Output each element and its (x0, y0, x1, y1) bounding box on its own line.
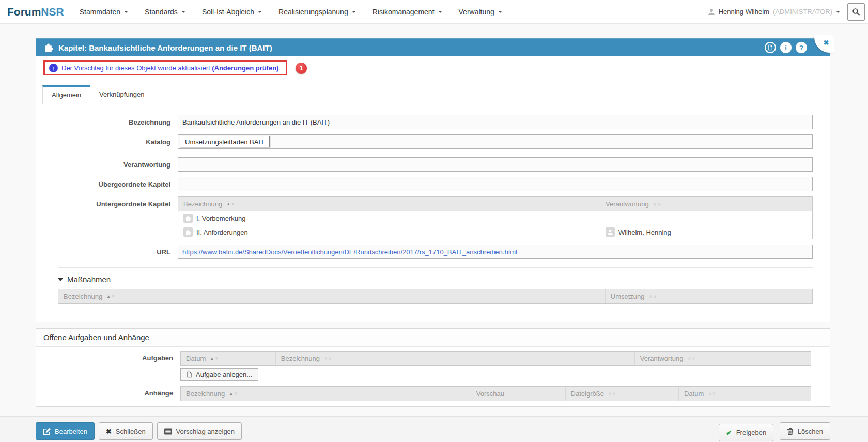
column-label: Bezeichnung (281, 355, 320, 362)
vorschlag-anzeigen-button[interactable]: Vorschlag anzeigen (157, 422, 242, 440)
chevron-down-icon (498, 11, 502, 13)
chevron-down-icon (258, 11, 262, 13)
table-header-row: Bezeichnung ▲▼ Verantwortung ∧∨ (178, 197, 812, 211)
sort-down-glyph: ▼ (234, 392, 238, 396)
uebergeordnete-kapitel-field[interactable] (178, 177, 813, 191)
sort-up-glyph: ▲ (210, 357, 214, 361)
sort-chevrons-icon: ∧∨ (324, 356, 333, 361)
pdf-export-button[interactable] (765, 42, 776, 53)
sort-up-glyph: ▲ (229, 392, 233, 396)
column-label: Bezeichnung (186, 390, 225, 398)
column-header-bezeichnung[interactable]: Bezeichnung ▲▼ (58, 289, 605, 303)
annotation-highlight-box: ↑ Der Vorschlag für dieses Objekt wurde … (43, 60, 287, 75)
tasks-panel-body: Aufgaben Datum ▲▼ Bezeichnung ∧∨ Veran (36, 347, 830, 406)
bezeichnung-label: Bezeichnung (58, 115, 178, 126)
top-navigation-bar: ForumNSR Stammdaten Standards Soll-Ist-A… (0, 0, 868, 24)
menu-verwaltung[interactable]: Verwaltung (459, 8, 502, 16)
bearbeiten-button[interactable]: Bearbeiten (36, 422, 95, 440)
aufgaben-table: Datum ▲▼ Bezeichnung ∧∨ Verantwortung ∧∨ (180, 351, 811, 366)
sort-up-glyph: ▲ (226, 202, 230, 206)
sort-chevrons-icon: ∧∨ (653, 202, 662, 207)
aufgaben-label: Aufgaben (43, 351, 180, 362)
column-label: Datum (684, 390, 704, 398)
verantwortung-field[interactable] (178, 157, 813, 172)
column-header-verantwortung[interactable]: Verantwortung ∧∨ (600, 197, 812, 211)
sort-asc-icon: ▲▼ (229, 392, 238, 396)
table-header-row: Bezeichnung ▲▼ Vorschau Dateigröße ∧∨ Da… (181, 387, 811, 401)
user-menu[interactable]: Henning Wilhelm (ADMINISTRATOR) (708, 8, 840, 16)
sort-chevrons-icon: ∧∨ (649, 294, 658, 299)
untergeordnete-kapitel-label: Untergeordnete Kapitel (58, 196, 178, 208)
column-header-umsetzung[interactable]: Umsetzung ∧∨ (605, 289, 812, 303)
loeschen-label: Löschen (798, 428, 823, 435)
menu-stammdaten[interactable]: Stammdaten (80, 8, 128, 16)
sort-chevrons-icon: ∧∨ (688, 356, 696, 361)
menu-label: Verwaltung (459, 8, 494, 16)
sort-up-glyph: ▲ (106, 295, 111, 299)
tab-content-allgemein: Bezeichnung Katalog Umsetzungsleitfaden … (36, 104, 830, 322)
user-icon (708, 8, 715, 16)
untergeordnete-kapitel-table: Bezeichnung ▲▼ Verantwortung ∧∨ I. Vorbe… (178, 196, 813, 239)
menu-label: Standards (145, 8, 178, 16)
schliessen-label: Schließen (116, 428, 146, 435)
column-header-vorschau[interactable]: Vorschau (471, 387, 565, 401)
avatar-icon (606, 227, 615, 237)
column-header-datum[interactable]: Datum ∧∨ (678, 387, 811, 401)
table-row[interactable]: II. Anforderungen Wilhelm, Henning (178, 225, 812, 239)
menu-realisierungsplanung[interactable]: Realisierungsplanung (278, 8, 356, 16)
sort-chevrons-icon: ∧∨ (708, 391, 717, 397)
pdf-file-icon (768, 44, 773, 51)
menu-risikomanagement[interactable]: Risikomanagement (373, 8, 442, 16)
edit-icon (43, 428, 51, 435)
column-header-bezeichnung[interactable]: Bezeichnung ▲▼ (181, 387, 471, 401)
tab-verknuepfungen[interactable]: Verknüpfungen (90, 85, 153, 104)
notification-text[interactable]: Der Vorschlag für dieses Objekt wurde ak… (61, 64, 281, 72)
url-field[interactable] (178, 245, 813, 259)
notification-suffix: . (278, 64, 281, 72)
check-icon: ✔ (726, 429, 732, 437)
column-header-dateigroesse[interactable]: Dateigröße ∧∨ (565, 387, 678, 401)
column-header-datum[interactable]: Datum ▲▼ (181, 352, 275, 365)
chevron-down-icon (438, 11, 442, 13)
puzzle-icon (183, 227, 193, 237)
search-button[interactable] (847, 3, 865, 21)
annotation-badge: 1 (296, 63, 307, 74)
panel-header-icons: i ? (765, 42, 823, 53)
user-name: Henning Wilhelm (719, 8, 769, 16)
sort-asc-icon: ▲▼ (226, 202, 235, 206)
column-label: Bezeichnung (183, 200, 222, 208)
schliessen-button[interactable]: ✖ Schließen (99, 422, 153, 440)
table-row[interactable]: I. Vorbemerkung (178, 211, 812, 225)
kapitel-panel: Kapitel: Bankaufsichtliche Anforderungen… (36, 38, 830, 322)
table-header-row: Bezeichnung ▲▼ Umsetzung ∧∨ (58, 289, 812, 303)
katalog-field[interactable]: Umsetzungsleitfaden BAIT (178, 134, 813, 149)
create-task-button[interactable]: Aufgabe anlegen... (180, 368, 258, 381)
katalog-tag[interactable]: Umsetzungsleitfaden BAIT (180, 136, 270, 147)
freigeben-button[interactable]: ✔ Freigeben (719, 424, 773, 441)
massnahmen-section-toggle[interactable]: Maßnahmen (58, 275, 813, 284)
panel-header: Kapitel: Bankaufsichtliche Anforderungen… (36, 39, 830, 56)
anhaenge-table: Bezeichnung ▲▼ Vorschau Dateigröße ∧∨ Da… (180, 386, 811, 401)
info-button[interactable]: i (780, 42, 792, 53)
bezeichnung-field[interactable] (178, 115, 813, 129)
verantwortung-label: Verantwortung (58, 157, 178, 169)
column-header-bezeichnung[interactable]: Bezeichnung ▲▼ (178, 197, 600, 211)
user-role: (ADMINISTRATOR) (773, 8, 832, 16)
create-task-label: Aufgabe anlegen... (196, 371, 252, 378)
menu-soll-ist-abgleich[interactable]: Soll-Ist-Abgleich (202, 8, 262, 16)
kapitel-link[interactable]: I. Vorbemerkung (196, 215, 245, 222)
column-label: Datum (186, 355, 206, 362)
kapitel-link[interactable]: II. Anforderungen (196, 228, 248, 236)
notification-action-link[interactable]: (Änderungen prüfen) (212, 64, 278, 72)
notification-row: ↑ Der Vorschlag für dieses Objekt wurde … (36, 56, 830, 80)
menu-label: Stammdaten (80, 8, 120, 16)
logo-part-forum: Forum (7, 6, 41, 18)
help-button[interactable]: ? (796, 42, 807, 53)
column-header-bezeichnung[interactable]: Bezeichnung ∧∨ (275, 352, 634, 365)
column-label: Vorschau (476, 390, 504, 398)
loeschen-button[interactable]: Löschen (780, 422, 830, 440)
column-header-verantwortung[interactable]: Verantwortung ∧∨ (634, 352, 811, 365)
collapse-triangle-icon (58, 278, 63, 281)
menu-standards[interactable]: Standards (145, 8, 185, 16)
tab-allgemein[interactable]: Allgemein (42, 85, 90, 104)
